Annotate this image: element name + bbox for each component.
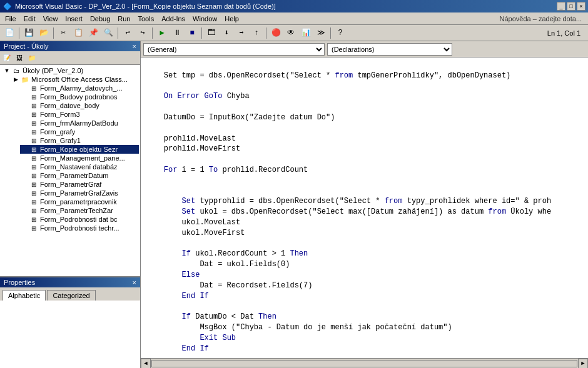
undo-button[interactable]: ↩ bbox=[121, 26, 134, 40]
menu-tools[interactable]: Tools bbox=[134, 14, 158, 24]
tree-root-node[interactable]: ▼ 🗂 Úkoly (DP_Ver_2.0) bbox=[3, 66, 139, 75]
tree-item-14[interactable]: ⊞ Form_ParametrTechZar bbox=[20, 206, 139, 215]
code-line-5: DatumDo = InputBox("Zadejte datum Do") bbox=[146, 112, 583, 123]
menu-window[interactable]: Window bbox=[189, 14, 221, 24]
tab-categorized[interactable]: Categorized bbox=[47, 290, 95, 301]
toggle-folders-button[interactable]: 📁 bbox=[26, 52, 38, 64]
scroll-right-button[interactable]: ▶ bbox=[578, 359, 588, 369]
form-icon: ⊞ bbox=[29, 129, 39, 136]
code-line-25: MsgBox ("Chyba - Datum do je menší jak p… bbox=[146, 322, 583, 333]
design-button[interactable]: 🗔 bbox=[205, 26, 218, 40]
tree-item-11[interactable]: ⊞ Form_ParametrGraf bbox=[20, 180, 139, 189]
copy-button[interactable]: 📋 bbox=[71, 26, 85, 40]
code-line-15: ukol.MoveLast bbox=[146, 217, 583, 228]
minimize-button[interactable]: _ bbox=[557, 2, 565, 11]
expand-icon[interactable]: ▼ bbox=[3, 67, 11, 74]
tree-item-13[interactable]: ⊞ Form_parametrpracovnik bbox=[20, 197, 139, 206]
menu-run[interactable]: Run bbox=[114, 14, 134, 24]
project-root-label: Úkoly (DP_Ver_2.0) bbox=[23, 67, 83, 74]
tree-label: Form_Kopie objektu Sezr bbox=[40, 146, 118, 153]
step-over-button[interactable]: ➡ bbox=[235, 26, 248, 40]
step-out-button[interactable]: ↑ bbox=[250, 26, 263, 40]
form-icon: ⊞ bbox=[29, 207, 39, 214]
declarations-dropdown[interactable]: (Declarations) bbox=[327, 43, 452, 56]
form-icon: ⊞ bbox=[29, 172, 39, 179]
tree-item-15[interactable]: ⊞ Form_Podrobnosti dat bc bbox=[20, 215, 139, 224]
forms-tree: ⊞ Form_Alarmy_datovych_... ⊞ Form_Budovy… bbox=[11, 84, 139, 232]
tree-item-0[interactable]: ⊞ Form_Alarmy_datovych_... bbox=[20, 84, 139, 92]
code-line-23 bbox=[146, 301, 583, 312]
breakpoint-button[interactable]: 🔴 bbox=[269, 26, 283, 40]
code-line-22: End If bbox=[146, 291, 583, 302]
tree-item-4[interactable]: ⊞ Form_frmAlarmyDatBodu bbox=[20, 119, 139, 127]
tree-item-16[interactable]: ⊞ Form_Podrobnosti techr... bbox=[20, 224, 139, 232]
tree-item-8[interactable]: ⊞ Form_Management_pane... bbox=[20, 154, 139, 162]
menu-edit[interactable]: Edit bbox=[20, 14, 39, 24]
pause-button[interactable]: ⏸ bbox=[170, 26, 184, 40]
code-line-6 bbox=[146, 123, 583, 134]
menu-view[interactable]: View bbox=[39, 14, 62, 24]
project-toolbar: 📝 🖼 📁 bbox=[0, 51, 140, 65]
maximize-button[interactable]: □ bbox=[567, 2, 575, 11]
code-line-20: Else bbox=[146, 270, 583, 281]
run-button[interactable]: ▶ bbox=[155, 26, 169, 40]
form-icon: ⊞ bbox=[29, 102, 39, 109]
form-icon: ⊞ bbox=[29, 137, 39, 144]
imm-button[interactable]: ≫ bbox=[314, 26, 328, 40]
toolbar-separator-4 bbox=[152, 27, 153, 39]
close-button[interactable]: × bbox=[577, 2, 585, 11]
tree-item-3[interactable]: ⊞ Form_Form3 bbox=[20, 110, 139, 119]
code-area[interactable]: Set tmp = dbs.OpenRecordset("Select * fr… bbox=[141, 57, 588, 358]
locals-button[interactable]: 📊 bbox=[299, 26, 313, 40]
tree-item-1[interactable]: ⊞ Form_Budovy podrobnos bbox=[20, 92, 139, 101]
tree-item-access[interactable]: ▶ 📁 Microsoft Office Access Class... bbox=[11, 75, 139, 84]
tree-item-9[interactable]: ⊞ Form_Nastavení databáz bbox=[20, 162, 139, 171]
tree-item-5[interactable]: ⊞ Form_grafy bbox=[20, 127, 139, 136]
menu-addins[interactable]: Add-Ins bbox=[158, 14, 189, 24]
cut-button[interactable]: ✂ bbox=[56, 26, 70, 40]
properties-tabs: Alphabetic Categorized bbox=[0, 287, 140, 301]
view-object-button[interactable]: 🖼 bbox=[14, 52, 25, 64]
view-code-button[interactable]: 📝 bbox=[1, 52, 13, 64]
expand-icon[interactable]: ▶ bbox=[11, 76, 20, 82]
tree-item-selected[interactable]: ⊞ Form_Kopie objektu Sezr bbox=[20, 145, 139, 154]
tree-item-10[interactable]: ⊞ Form_ParametrDatum bbox=[20, 171, 139, 180]
close-properties-icon[interactable]: × bbox=[133, 279, 136, 286]
spacer bbox=[20, 190, 29, 196]
code-line-19: Dat = ukol.Fields(0) bbox=[146, 259, 583, 270]
project-panel: Project - Úkoly × 📝 🖼 📁 ▼ 🗂 Úkoly (DP_Ve… bbox=[0, 41, 140, 277]
menu-debug[interactable]: Debug bbox=[86, 14, 114, 24]
form-icon: ⊞ bbox=[29, 155, 39, 162]
step-into-button[interactable]: ⬇ bbox=[220, 26, 233, 40]
help-button[interactable]: ? bbox=[333, 26, 347, 40]
scroll-track[interactable] bbox=[151, 360, 577, 367]
tree-label: Form_ParametrTechZar bbox=[40, 207, 113, 214]
paste-button[interactable]: 📌 bbox=[86, 26, 100, 40]
spacer bbox=[20, 172, 29, 179]
close-icon[interactable]: × bbox=[133, 42, 136, 50]
menu-file[interactable]: File bbox=[1, 14, 20, 24]
code-line-18: If ukol.RecordCount > 1 Then bbox=[146, 249, 583, 259]
code-line-11 bbox=[146, 176, 583, 186]
watch-button[interactable]: 👁 bbox=[284, 26, 298, 40]
redo-button[interactable]: ↪ bbox=[136, 26, 150, 40]
properties-panel-title: Properties × bbox=[0, 277, 140, 287]
save-button[interactable]: 💾 bbox=[22, 26, 36, 40]
stop-button[interactable]: ■ bbox=[185, 26, 199, 40]
tree-item-12[interactable]: ⊞ Form_ParametrGrafZavis bbox=[20, 189, 139, 197]
general-dropdown[interactable]: (General) bbox=[143, 43, 325, 56]
open-button[interactable]: 📂 bbox=[37, 26, 51, 40]
tree-label: Form_Podrobnosti dat bc bbox=[40, 216, 118, 223]
code-line-21: Dat = Recordset.Fields(7) bbox=[146, 281, 583, 291]
find-button[interactable]: 🔍 bbox=[101, 26, 115, 40]
new-project-button[interactable]: 📄 bbox=[3, 26, 16, 40]
menu-help[interactable]: Help bbox=[221, 14, 243, 24]
spacer bbox=[20, 85, 29, 91]
tree-label: Form_Management_pane... bbox=[40, 154, 125, 162]
tab-alphabetic[interactable]: Alphabetic bbox=[3, 290, 46, 301]
tree-label: Form_ParametrDatum bbox=[40, 172, 108, 179]
tree-item-6[interactable]: ⊞ Form_Grafy1 bbox=[20, 136, 139, 145]
scroll-left-button[interactable]: ◀ bbox=[141, 359, 151, 369]
menu-insert[interactable]: Insert bbox=[61, 14, 86, 24]
tree-item-2[interactable]: ⊞ Form_datove_body bbox=[20, 101, 139, 110]
